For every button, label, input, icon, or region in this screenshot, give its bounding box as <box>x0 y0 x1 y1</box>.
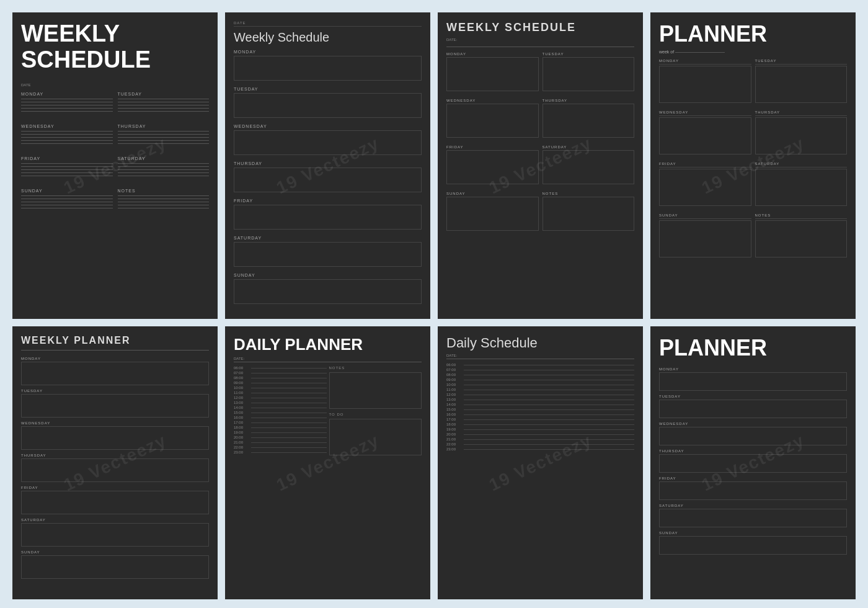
time-label: 14:00 <box>446 403 464 406</box>
line <box>118 137 210 138</box>
time-label: 13:00 <box>234 401 251 405</box>
day-friday-label: FRIDAY <box>21 156 113 161</box>
day-notes-label: NOTES <box>118 189 210 193</box>
time-line <box>464 375 634 375</box>
label: MONDAY <box>21 357 209 360</box>
time-label: 06:00 <box>446 363 464 367</box>
time-label: 09:00 <box>234 381 251 385</box>
day-wednesday-label: WEDNESDAY <box>21 124 113 128</box>
time-label: 07:00 <box>234 371 251 375</box>
day-notes: NOTES <box>542 192 635 231</box>
card-weekly-planner-list: WEEKLY PLANNER MONDAY TUESDAY WEDNESDAY … <box>12 326 218 599</box>
line <box>21 143 113 144</box>
time-row: 15:00 <box>446 408 634 411</box>
label: TUESDAY <box>755 59 848 65</box>
label: FRIDAY <box>659 476 847 480</box>
time-row: 07:00 <box>446 368 634 372</box>
time-label: 08:00 <box>234 376 251 380</box>
label: FRIDAY <box>234 199 422 203</box>
area <box>21 523 209 547</box>
label: SATURDAY <box>542 145 635 149</box>
line <box>21 105 113 105</box>
label: FRIDAY <box>446 145 539 149</box>
line <box>21 140 113 141</box>
time-row: 10:00 <box>234 386 327 390</box>
card-planner-grid: PLANNER week of MONDAY TUESDAY WEDNESDAY… <box>650 12 856 319</box>
line <box>118 172 210 173</box>
day-monday: MONDAY <box>21 357 209 385</box>
date-divider <box>234 362 422 362</box>
day-saturday: SATURDAY <box>234 236 422 267</box>
time-line <box>464 439 634 440</box>
area <box>446 150 539 184</box>
time-row: 23:00 <box>446 447 634 451</box>
time-column: 06:00 07:00 08:00 09:00 10:00 11:00 12:0… <box>234 366 327 455</box>
area <box>659 169 751 206</box>
card-8-days: MONDAY TUESDAY WEDNESDAY THURSDAY FRIDAY… <box>659 367 847 555</box>
area <box>21 362 209 385</box>
time-line <box>464 449 634 450</box>
time-label: 17:00 <box>234 421 251 424</box>
time-label: 19:00 <box>446 427 464 431</box>
line <box>118 111 210 112</box>
area <box>542 150 635 184</box>
card-weekly-schedule-bold: WEEKLYSCHEDULE DATE MONDAY TUESDAY <box>12 12 218 319</box>
label: SATURDAY <box>234 236 422 240</box>
day-thursday: THURSDAY <box>21 454 209 482</box>
area <box>659 372 847 391</box>
day-thursday: THURSDAY <box>234 161 422 192</box>
card-1-title: WEEKLYSCHEDULE <box>21 21 209 73</box>
todo-label: TO DO <box>329 413 422 416</box>
card-4-days-grid: MONDAY TUESDAY WEDNESDAY THURSDAY FRIDAY… <box>659 59 847 261</box>
time-label: 10:00 <box>446 383 464 387</box>
time-label: 21:00 <box>446 437 464 441</box>
day-monday: MONDAY <box>446 52 539 91</box>
time-line <box>251 427 327 428</box>
time-label: 20:00 <box>234 436 251 439</box>
label: TUESDAY <box>659 395 847 398</box>
time-row: 11:00 <box>234 391 327 395</box>
time-line <box>464 434 634 435</box>
label: TUESDAY <box>21 389 209 393</box>
area <box>755 220 848 257</box>
label: FRIDAY <box>659 162 751 168</box>
time-row: 12:00 <box>234 396 327 400</box>
day-notes: NOTES <box>755 213 848 257</box>
time-row: 06:00 <box>234 366 327 370</box>
line <box>118 105 210 105</box>
day-wednesday: WEDNESDAY <box>659 110 751 154</box>
time-line <box>464 405 634 405</box>
area <box>659 427 847 445</box>
day-friday: FRIDAY <box>659 162 751 206</box>
time-label: 12:00 <box>234 396 251 400</box>
area <box>659 117 751 154</box>
label: SUNDAY <box>659 213 751 219</box>
day-monday: MONDAY <box>21 92 113 112</box>
time-row: 13:00 <box>234 401 327 405</box>
day-tuesday: TUESDAY <box>118 92 210 112</box>
time-line <box>251 432 327 433</box>
time-row: 20:00 <box>234 436 327 439</box>
time-label: 07:00 <box>446 368 464 372</box>
day-friday: FRIDAY <box>234 199 422 230</box>
area <box>542 197 635 231</box>
time-row: 07:00 <box>234 371 327 375</box>
date-divider <box>446 359 634 359</box>
time-line <box>251 408 327 408</box>
time-label: 09:00 <box>446 378 464 382</box>
time-row: 22:00 <box>234 445 327 449</box>
day-saturday: SATURDAY <box>659 504 847 527</box>
line <box>21 163 113 164</box>
time-row: 19:00 <box>446 427 634 431</box>
area <box>234 168 422 192</box>
time-row: 18:00 <box>446 422 634 426</box>
line <box>118 108 210 109</box>
time-line <box>464 424 634 425</box>
label: MONDAY <box>446 52 539 56</box>
line <box>21 199 113 199</box>
area <box>659 400 847 418</box>
area <box>755 66 848 103</box>
time-row: 18:00 <box>234 426 327 429</box>
card-2-date-label: DATE <box>234 21 422 25</box>
day-sunday: SUNDAY <box>21 550 209 579</box>
